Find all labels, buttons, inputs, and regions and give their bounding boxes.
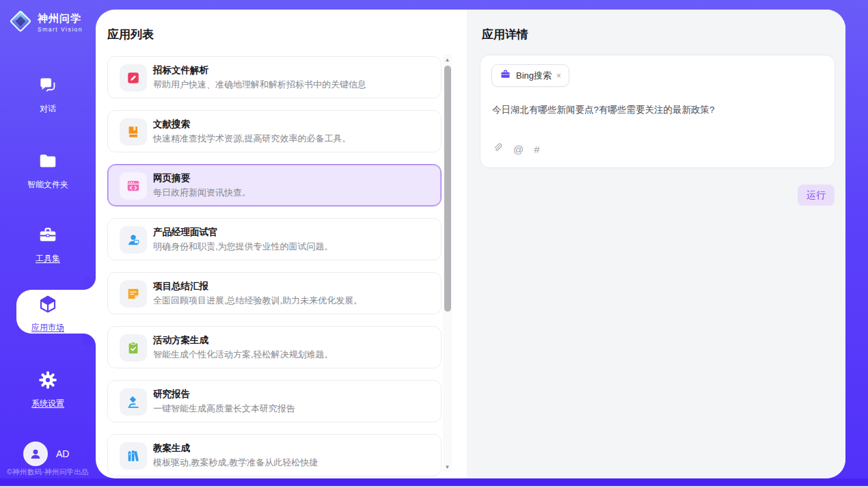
chat-icon <box>0 75 96 98</box>
user-account[interactable]: AD <box>23 442 69 466</box>
logo-title: 神州问学 <box>38 12 83 25</box>
main-content: 应用列表 招标文件解析 帮助用户快速、准确地理解和解析招标书中的关键信息 <box>96 10 845 478</box>
app-card-title: 活动方案生成 <box>153 334 208 347</box>
user-name: AD <box>56 448 69 459</box>
app-card-title: 文献搜索 <box>153 118 190 131</box>
microscope-icon <box>120 388 147 416</box>
clipboard-check-icon <box>120 334 147 362</box>
app-card-lesson-plan[interactable]: 教案生成 模板驱动,教案秒成,教学准备从此轻松快捷 <box>107 434 442 476</box>
logo-subtitle: Smart Vision <box>38 26 83 33</box>
hash-tag-icon[interactable]: # <box>534 144 539 155</box>
bottom-bar <box>0 478 868 486</box>
document-edit-icon <box>120 64 147 92</box>
sidebar-item-label: 对话 <box>40 103 56 115</box>
paperclip-icon[interactable] <box>492 141 503 157</box>
sidebar-item-toolset[interactable]: 工具集 <box>0 225 96 265</box>
sidebar-item-label: 智能文件夹 <box>27 179 68 191</box>
cube-icon <box>0 294 96 317</box>
toolbox-icon <box>0 225 96 248</box>
sticky-note-icon <box>120 280 147 308</box>
app-card-desc: 帮助用户快速、准确地理解和解析招标书中的关键信息 <box>153 79 366 91</box>
gear-icon <box>0 370 96 393</box>
app-list-scrollbar[interactable]: ▲ ▼ <box>443 55 452 472</box>
sidebar-item-label: 系统设置 <box>31 398 64 409</box>
app-card-literature-search[interactable]: 文献搜索 快速精准查找学术资源,提高研究效率的必备工具。 <box>107 110 442 152</box>
app-card-title: 招标文件解析 <box>153 64 208 77</box>
app-card-bid-document-parse[interactable]: 招标文件解析 帮助用户快速、准确地理解和解析招标书中的关键信息 <box>107 56 442 98</box>
query-editor-card[interactable]: Bing搜索 × 今日湖北有哪些新闻要点?有哪些需要关注的最新政策? @ # <box>480 55 835 168</box>
copyright-text: ©神州数码·神州问学出品 <box>0 467 96 477</box>
app-list: 招标文件解析 帮助用户快速、准确地理解和解析招标书中的关键信息 文献搜索 快速精… <box>107 56 443 478</box>
app-detail-title: 应用详情 <box>482 27 528 42</box>
app-logo: 神州问学 Smart Vision <box>8 9 83 36</box>
query-text-input[interactable]: 今日湖北有哪些新闻要点?有哪些需要关注的最新政策? <box>492 103 820 117</box>
app-card-title: 教案生成 <box>153 442 190 455</box>
folder-icon <box>0 151 96 174</box>
app-card-desc: 全面回顾项目进展,总结经验教训,助力未来优化发展。 <box>153 295 362 307</box>
sidebar-item-label: 工具集 <box>36 253 60 265</box>
scrollbar-up-arrow[interactable]: ▲ <box>443 55 452 64</box>
briefcase-icon <box>500 68 511 83</box>
scrollbar-down-arrow[interactable]: ▼ <box>443 462 452 472</box>
app-card-desc: 每日政府新闻资讯快查。 <box>153 187 251 199</box>
app-card-desc: 一键智能生成高质量长文本研究报告 <box>153 403 295 415</box>
app-card-activity-plan[interactable]: 活动方案生成 智能生成个性化活动方案,轻松解决规划难题。 <box>107 326 442 368</box>
app-detail-panel: 应用详情 Bing搜索 × 今日湖北有哪些新闻要点?有哪些需要关注的最新政策? <box>467 10 845 478</box>
tool-chip-label: Bing搜索 <box>516 70 552 82</box>
app-card-desc: 明确身份和职责,为您提供专业性的面试问题。 <box>153 241 334 253</box>
book-icon <box>120 118 147 146</box>
sidebar: 神州问学 Smart Vision 对话 智能文件夹 <box>0 0 96 478</box>
app-card-title: 项目总结汇报 <box>153 280 208 293</box>
tool-chip-bing-search[interactable]: Bing搜索 × <box>491 64 569 87</box>
sidebar-item-settings[interactable]: 系统设置 <box>0 370 96 409</box>
app-card-title: 产品经理面试官 <box>153 226 218 239</box>
app-list-panel: 应用列表 招标文件解析 帮助用户快速、准确地理解和解析招标书中的关键信息 <box>96 10 467 478</box>
run-button[interactable]: 运行 <box>798 185 835 206</box>
avatar <box>23 442 48 466</box>
logo-diamond-icon <box>8 9 33 36</box>
sidebar-item-chat[interactable]: 对话 <box>0 75 96 115</box>
app-card-research-report[interactable]: 研究报告 一键智能生成高质量长文本研究报告 <box>107 380 442 422</box>
app-card-desc: 模板驱动,教案秒成,教学准备从此轻松快捷 <box>153 457 318 469</box>
scrollbar-thumb[interactable] <box>444 66 451 312</box>
app-card-pm-interviewer[interactable]: 产品经理面试官 明确身份和职责,为您提供专业性的面试问题。 <box>107 218 442 260</box>
at-mention-icon[interactable]: @ <box>513 144 524 155</box>
sidebar-item-smart-folder[interactable]: 智能文件夹 <box>0 151 96 191</box>
person-icon <box>120 226 147 254</box>
browser-code-icon <box>120 172 147 200</box>
app-card-web-summary[interactable]: 网页摘要 每日政府新闻资讯快查。 <box>107 164 442 206</box>
attachment-toolbar: @ # <box>492 141 540 157</box>
app-list-title: 应用列表 <box>107 27 154 42</box>
sidebar-item-label: 应用市场 <box>31 322 64 334</box>
app-card-title: 研究报告 <box>153 388 190 401</box>
sidebar-item-app-market[interactable]: 应用市场 <box>0 294 96 334</box>
app-card-project-summary[interactable]: 项目总结汇报 全面回顾项目进展,总结经验教训,助力未来优化发展。 <box>107 272 442 314</box>
app-card-desc: 快速精准查找学术资源,提高研究效率的必备工具。 <box>153 133 351 145</box>
close-icon[interactable]: × <box>556 72 561 80</box>
books-icon <box>120 442 147 470</box>
app-card-title: 网页摘要 <box>153 172 190 185</box>
app-card-desc: 智能生成个性化活动方案,轻松解决规划难题。 <box>153 349 334 361</box>
